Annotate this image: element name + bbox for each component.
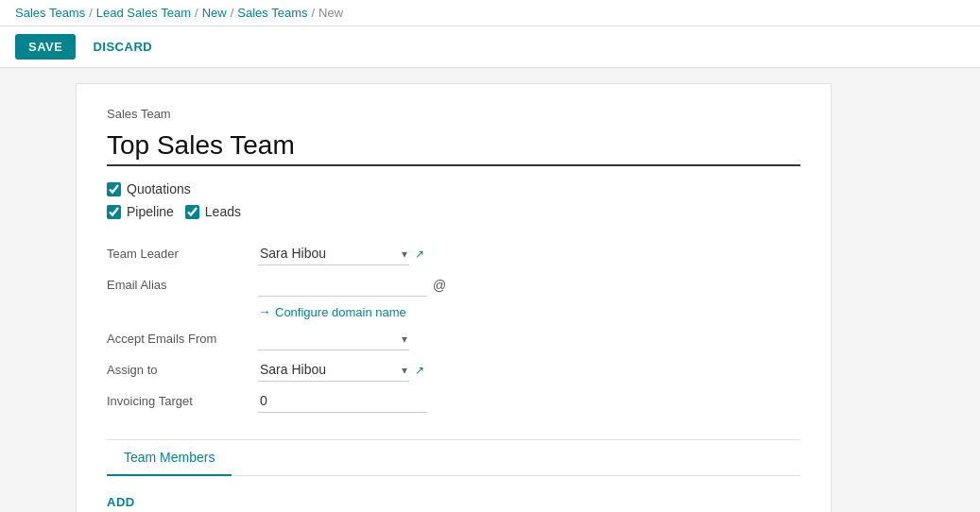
- tab-content-team-members: ADD: [107, 476, 800, 512]
- tab-team-members[interactable]: Team Members: [107, 440, 232, 476]
- arrow-icon: →: [258, 304, 271, 319]
- pipeline-label[interactable]: Pipeline: [127, 204, 174, 219]
- team-leader-external-link-icon[interactable]: ↗: [415, 247, 424, 261]
- pipeline-checkbox[interactable]: [107, 205, 121, 219]
- accept-emails-select[interactable]: [258, 327, 409, 350]
- breadcrumb-sales-teams[interactable]: Sales Teams: [15, 6, 85, 20]
- breadcrumb-sales-teams-2[interactable]: Sales Teams: [237, 6, 307, 20]
- breadcrumb-new-1[interactable]: New: [202, 6, 227, 20]
- email-alias-input[interactable]: [258, 273, 427, 297]
- breadcrumb: Sales Teams / Lead Sales Team / New / Sa…: [0, 0, 980, 26]
- sales-team-title-input[interactable]: [107, 127, 800, 166]
- invoicing-target-input[interactable]: [258, 389, 427, 413]
- main-content: Sales Team Quotations Pipeline Leads: [0, 68, 980, 512]
- email-alias-value: @: [258, 269, 800, 300]
- configure-domain-label: Configure domain name: [275, 305, 406, 319]
- at-sign: @: [433, 278, 446, 293]
- breadcrumb-sep-4: /: [311, 6, 315, 20]
- leads-label[interactable]: Leads: [205, 204, 241, 219]
- tabs-section: Team Members ADD: [107, 439, 800, 512]
- quotations-label[interactable]: Quotations: [127, 181, 191, 196]
- breadcrumb-lead-sales-team[interactable]: Lead Sales Team: [96, 6, 191, 20]
- assign-to-external-link-icon[interactable]: ↗: [415, 364, 424, 377]
- discard-button[interactable]: DISCARD: [83, 34, 162, 60]
- form-card: Sales Team Quotations Pipeline Leads: [76, 83, 832, 512]
- accept-emails-value: [258, 323, 800, 354]
- accept-emails-select-wrapper: [258, 327, 409, 350]
- email-alias-label: Email Alias: [107, 270, 258, 299]
- add-button[interactable]: ADD: [107, 491, 135, 512]
- pipeline-checkbox-item: Pipeline: [107, 204, 174, 219]
- toolbar: SAVE DISCARD: [0, 26, 980, 68]
- configure-domain-link-row: → Configure domain name: [258, 300, 800, 323]
- assign-to-select[interactable]: Sara Hibou: [258, 358, 409, 382]
- breadcrumb-sep-3: /: [231, 6, 234, 20]
- invoicing-target-value: [258, 385, 800, 417]
- team-leader-select-wrapper: Sara Hibou: [258, 242, 409, 265]
- checkboxes-section: Quotations Pipeline Leads: [107, 181, 800, 219]
- assign-to-label: Assign to: [107, 355, 258, 384]
- leads-checkbox-item: Leads: [185, 204, 241, 219]
- leads-checkbox[interactable]: [185, 205, 199, 219]
- form-section-label: Sales Team: [107, 107, 800, 121]
- breadcrumb-new-current: New: [318, 6, 343, 20]
- breadcrumb-sep-1: /: [89, 6, 93, 20]
- invoicing-target-label: Invoicing Target: [107, 386, 258, 416]
- assign-to-value: Sara Hibou ↗: [258, 354, 800, 385]
- configure-domain-link[interactable]: → Configure domain name: [258, 304, 406, 319]
- save-button[interactable]: SAVE: [15, 34, 76, 60]
- accept-emails-label: Accept Emails From: [107, 324, 258, 353]
- quotations-checkbox[interactable]: [107, 182, 121, 196]
- team-leader-label: Team Leader: [107, 239, 258, 268]
- tabs-row: Team Members: [107, 440, 800, 476]
- form-fields: Team Leader Sara Hibou ↗ Email Alias @ →: [107, 238, 800, 417]
- team-leader-select[interactable]: Sara Hibou: [258, 242, 409, 265]
- quotations-checkbox-row: Quotations: [107, 181, 800, 196]
- breadcrumb-sep-2: /: [195, 6, 198, 20]
- assign-to-select-wrapper: Sara Hibou: [258, 358, 409, 382]
- team-leader-value: Sara Hibou ↗: [258, 238, 800, 269]
- pipeline-leads-row: Pipeline Leads: [107, 204, 800, 219]
